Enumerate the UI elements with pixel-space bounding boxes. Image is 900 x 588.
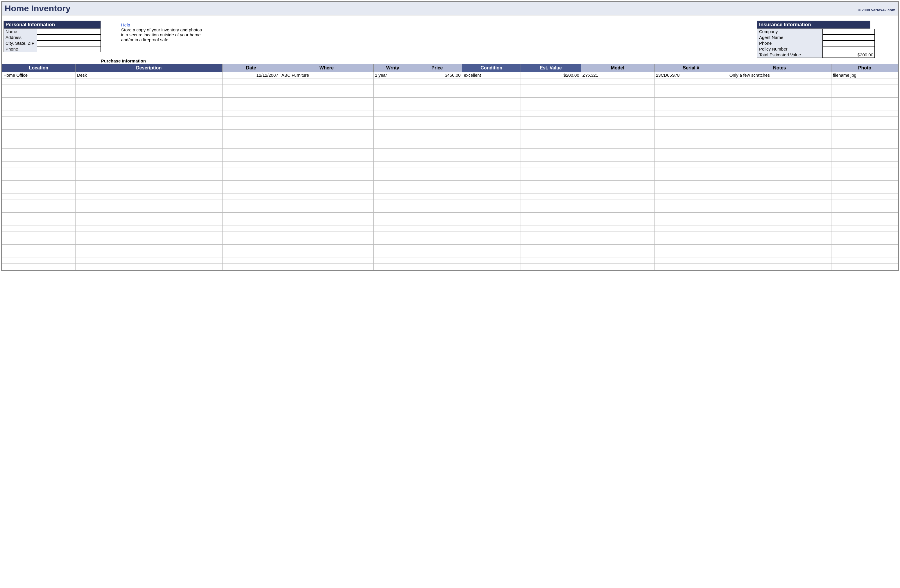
insurance-value-input[interactable]: [822, 34, 875, 40]
cell-condition[interactable]: [462, 264, 521, 270]
cell-condition[interactable]: excellent: [462, 72, 521, 78]
cell-serial[interactable]: [654, 219, 728, 225]
cell-wrnty[interactable]: [373, 264, 412, 270]
cell-est_value[interactable]: [521, 78, 581, 85]
cell-where[interactable]: [280, 219, 373, 225]
cell-date[interactable]: [222, 219, 280, 225]
cell-description[interactable]: [75, 251, 222, 258]
cell-description[interactable]: [75, 98, 222, 104]
cell-where[interactable]: [280, 213, 373, 219]
cell-location[interactable]: [2, 117, 76, 123]
insurance-value-input[interactable]: $200.00: [822, 52, 875, 58]
cell-where[interactable]: [280, 238, 373, 245]
cell-est_value[interactable]: [521, 187, 581, 194]
cell-description[interactable]: [75, 123, 222, 130]
cell-wrnty[interactable]: [373, 149, 412, 155]
cell-notes[interactable]: [728, 130, 831, 136]
cell-where[interactable]: [280, 136, 373, 142]
cell-notes[interactable]: [728, 219, 831, 225]
cell-model[interactable]: [581, 219, 654, 225]
cell-serial[interactable]: [654, 238, 728, 245]
cell-location[interactable]: [2, 238, 76, 245]
cell-photo[interactable]: [832, 245, 898, 251]
cell-date[interactable]: [222, 149, 280, 155]
cell-wrnty[interactable]: [373, 123, 412, 130]
cell-location[interactable]: [2, 85, 76, 91]
cell-price[interactable]: [412, 123, 462, 130]
cell-est_value[interactable]: [521, 91, 581, 98]
cell-date[interactable]: [222, 264, 280, 270]
personal-value-input[interactable]: [37, 29, 101, 34]
cell-price[interactable]: [412, 258, 462, 264]
cell-model[interactable]: ZYX321: [581, 72, 654, 78]
cell-condition[interactable]: [462, 238, 521, 245]
cell-price[interactable]: [412, 142, 462, 149]
cell-wrnty[interactable]: [373, 181, 412, 187]
cell-condition[interactable]: [462, 200, 521, 206]
cell-photo[interactable]: [832, 232, 898, 238]
cell-date[interactable]: [222, 98, 280, 104]
personal-value-input[interactable]: [37, 40, 101, 46]
cell-wrnty[interactable]: [373, 174, 412, 181]
cell-where[interactable]: [280, 161, 373, 168]
cell-model[interactable]: [581, 98, 654, 104]
cell-est_value[interactable]: [521, 168, 581, 174]
cell-serial[interactable]: [654, 187, 728, 194]
cell-photo[interactable]: [832, 91, 898, 98]
cell-model[interactable]: [581, 168, 654, 174]
cell-photo[interactable]: [832, 238, 898, 245]
cell-date[interactable]: [222, 136, 280, 142]
cell-est_value[interactable]: [521, 264, 581, 270]
cell-photo[interactable]: [832, 258, 898, 264]
cell-serial[interactable]: [654, 149, 728, 155]
cell-est_value[interactable]: [521, 200, 581, 206]
cell-photo[interactable]: [832, 130, 898, 136]
cell-notes[interactable]: [728, 117, 831, 123]
cell-where[interactable]: [280, 251, 373, 258]
cell-photo[interactable]: [832, 149, 898, 155]
cell-location[interactable]: [2, 91, 76, 98]
cell-where[interactable]: [280, 258, 373, 264]
cell-condition[interactable]: [462, 168, 521, 174]
cell-price[interactable]: [412, 174, 462, 181]
cell-notes[interactable]: [728, 85, 831, 91]
cell-model[interactable]: [581, 123, 654, 130]
cell-location[interactable]: [2, 187, 76, 194]
cell-photo[interactable]: [832, 142, 898, 149]
cell-location[interactable]: [2, 181, 76, 187]
cell-date[interactable]: [222, 91, 280, 98]
cell-price[interactable]: [412, 155, 462, 161]
cell-photo[interactable]: [832, 155, 898, 161]
cell-where[interactable]: [280, 142, 373, 149]
cell-model[interactable]: [581, 213, 654, 219]
cell-description[interactable]: [75, 206, 222, 213]
cell-condition[interactable]: [462, 123, 521, 130]
cell-serial[interactable]: [654, 200, 728, 206]
cell-est_value[interactable]: [521, 104, 581, 110]
cell-model[interactable]: [581, 245, 654, 251]
cell-price[interactable]: [412, 85, 462, 91]
cell-photo[interactable]: [832, 200, 898, 206]
cell-where[interactable]: ABC Furniture: [280, 72, 373, 78]
cell-est_value[interactable]: [521, 251, 581, 258]
cell-serial[interactable]: [654, 264, 728, 270]
cell-notes[interactable]: [728, 161, 831, 168]
cell-description[interactable]: [75, 78, 222, 85]
cell-wrnty[interactable]: [373, 104, 412, 110]
cell-wrnty[interactable]: [373, 161, 412, 168]
cell-notes[interactable]: [728, 98, 831, 104]
cell-est_value[interactable]: [521, 149, 581, 155]
cell-description[interactable]: [75, 130, 222, 136]
cell-condition[interactable]: [462, 136, 521, 142]
cell-photo[interactable]: [832, 98, 898, 104]
cell-description[interactable]: [75, 181, 222, 187]
cell-description[interactable]: [75, 91, 222, 98]
cell-photo[interactable]: [832, 161, 898, 168]
cell-price[interactable]: [412, 136, 462, 142]
cell-location[interactable]: [2, 161, 76, 168]
cell-wrnty[interactable]: [373, 98, 412, 104]
cell-date[interactable]: [222, 104, 280, 110]
cell-photo[interactable]: [832, 264, 898, 270]
cell-serial[interactable]: [654, 251, 728, 258]
cell-est_value[interactable]: [521, 194, 581, 200]
